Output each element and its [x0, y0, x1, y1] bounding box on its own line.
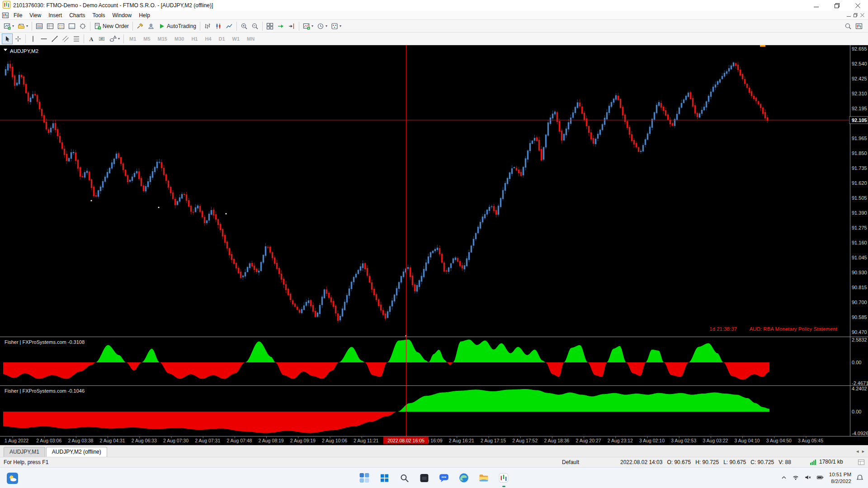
tab-audjpy-m2-offline[interactable]: AUDJPY,M2 (offline): [46, 447, 107, 457]
metaeditor-button[interactable]: [135, 21, 146, 32]
dropdown-arrow-icon: ▾: [12, 24, 14, 28]
svg-text:A: A: [90, 36, 94, 42]
expert-advisors-button[interactable]: [146, 21, 156, 32]
toolbar-separator: [25, 34, 26, 43]
indicators-button[interactable]: ▾: [301, 21, 315, 32]
minimize-button[interactable]: [806, 0, 826, 11]
crosshair-button[interactable]: [13, 33, 24, 44]
vertical-line-button[interactable]: [28, 33, 38, 44]
taskbar-clock[interactable]: 10:51 PM 8/2/2022: [829, 471, 851, 485]
chart-shift-button[interactable]: [286, 21, 297, 32]
notification-icon[interactable]: [856, 474, 863, 483]
time-scale-label: 2 Aug 20:27: [576, 438, 601, 443]
status-profile[interactable]: Default: [562, 459, 579, 465]
templates-button[interactable]: ▾: [329, 21, 343, 32]
terminal-button[interactable]: [66, 21, 77, 32]
chart-profiles-button[interactable]: ▾: [16, 21, 30, 32]
volume-muted-icon[interactable]: [804, 474, 811, 482]
line-chart-button[interactable]: [224, 21, 235, 32]
search-taskbar-icon[interactable]: [398, 472, 410, 484]
mdi-minimize-button[interactable]: [847, 13, 851, 17]
start-button[interactable]: [378, 472, 391, 484]
search-button[interactable]: [843, 21, 854, 32]
mdi-close-button[interactable]: [860, 13, 864, 17]
battery-icon[interactable]: [816, 474, 824, 482]
mini-chart-button[interactable]: [854, 21, 864, 32]
tab-audjpy-m1[interactable]: AUDJPY,M1: [4, 447, 45, 457]
chat-icon[interactable]: [438, 472, 450, 484]
indicator-scale-label: 0.00: [852, 409, 861, 414]
menu-help[interactable]: Help: [135, 11, 154, 19]
navigator-button[interactable]: [56, 21, 66, 32]
shapes-button[interactable]: ▾: [108, 33, 122, 44]
equidistant-channel-button[interactable]: [60, 33, 71, 44]
horizontal-line-button[interactable]: [38, 33, 49, 44]
status-help-text: For Help, press F1: [4, 459, 48, 465]
market-watch-icon: [36, 23, 43, 30]
time-scale-label: 2 Aug 07:31: [195, 438, 220, 443]
line-chart-icon: [226, 23, 233, 30]
widgets-icon[interactable]: [6, 472, 19, 484]
text-button[interactable]: A: [86, 33, 97, 44]
status-traffic-text: 1780/1 kb: [819, 459, 843, 465]
toolbar-separator: [132, 22, 133, 31]
file-explorer-icon[interactable]: [478, 472, 490, 484]
time-scale-label: 3 Aug 03:22: [703, 438, 728, 443]
symbol-dropdown-icon[interactable]: [4, 49, 7, 51]
menu-insert[interactable]: Insert: [45, 11, 66, 19]
chart-dot: [158, 206, 159, 208]
tray-chevron-icon[interactable]: [781, 474, 787, 482]
menu-window[interactable]: Window: [109, 11, 136, 19]
timeframe-label: W1: [231, 36, 242, 42]
data-window-button[interactable]: [45, 21, 56, 32]
shapes-icon: [109, 35, 117, 42]
crosshair-time-label: 2022.08.02 16:05: [387, 438, 425, 443]
menu-file[interactable]: File: [10, 11, 26, 19]
bar-chart-icon: [204, 23, 211, 30]
traffic-bars-icon: [810, 459, 817, 465]
menu-charts[interactable]: Charts: [66, 11, 89, 19]
candle-chart-button[interactable]: [213, 21, 224, 32]
news-flag-marker: [760, 45, 765, 47]
dropdown-arrow-icon: ▾: [26, 24, 28, 28]
zoom-in-icon: [241, 23, 248, 30]
chart-profiles-icon: [18, 23, 25, 30]
metatrader-icon[interactable]: [498, 472, 510, 484]
trendline-button[interactable]: [49, 33, 60, 44]
tabs-scroll-right-button[interactable]: ►: [861, 449, 865, 454]
windows-taskbar: 10:51 PM 8/2/2022: [0, 467, 868, 488]
tabs-scroll-left-button[interactable]: ◄: [855, 449, 859, 454]
mdi-restore-button[interactable]: [854, 13, 858, 17]
restore-button[interactable]: [826, 0, 847, 11]
edge-icon[interactable]: [458, 472, 470, 484]
menu-view[interactable]: View: [26, 11, 45, 19]
new-chart-button[interactable]: ▾: [2, 21, 16, 32]
autotrading-button[interactable]: AutoTrading: [156, 21, 198, 32]
zoom-out-button[interactable]: [250, 21, 260, 32]
tile-windows-button[interactable]: [264, 21, 275, 32]
cursor-button[interactable]: [2, 33, 13, 44]
window-controls: [806, 0, 868, 11]
chart-tabs-bar: AUDJPY,M1 AUDJPY,M2 (offline) ◄ ►: [0, 445, 868, 457]
price-chart[interactable]: Fisher | FXProSystems.com -0.31082.58320…: [0, 45, 868, 445]
task-view-icon[interactable]: [418, 472, 430, 484]
periods-button[interactable]: ▾: [315, 21, 329, 32]
strategy-tester-button[interactable]: [77, 21, 88, 32]
toolbar-separator: [262, 22, 263, 31]
fibonacci-button[interactable]: [71, 33, 82, 44]
market-watch-button[interactable]: [34, 21, 45, 32]
new-order-button[interactable]: New Order: [92, 21, 131, 32]
time-scale-label: 2 Aug 09:19: [290, 438, 316, 443]
auto-scroll-button[interactable]: [275, 21, 286, 32]
text-label-button[interactable]: ab: [97, 33, 108, 44]
store-icon[interactable]: [359, 472, 371, 484]
menu-tools[interactable]: Tools: [89, 11, 109, 19]
price-scale-label: 91.160: [852, 240, 867, 245]
zoom-in-button[interactable]: [239, 21, 250, 32]
price-scale-label: 90.585: [852, 314, 867, 320]
network-icon[interactable]: [792, 474, 799, 482]
bar-chart-button[interactable]: [202, 21, 213, 32]
menu-bar: File View Insert Charts Tools Window Hel…: [0, 11, 868, 20]
price-scale-label: 91.045: [852, 255, 867, 260]
close-button[interactable]: [847, 0, 868, 11]
